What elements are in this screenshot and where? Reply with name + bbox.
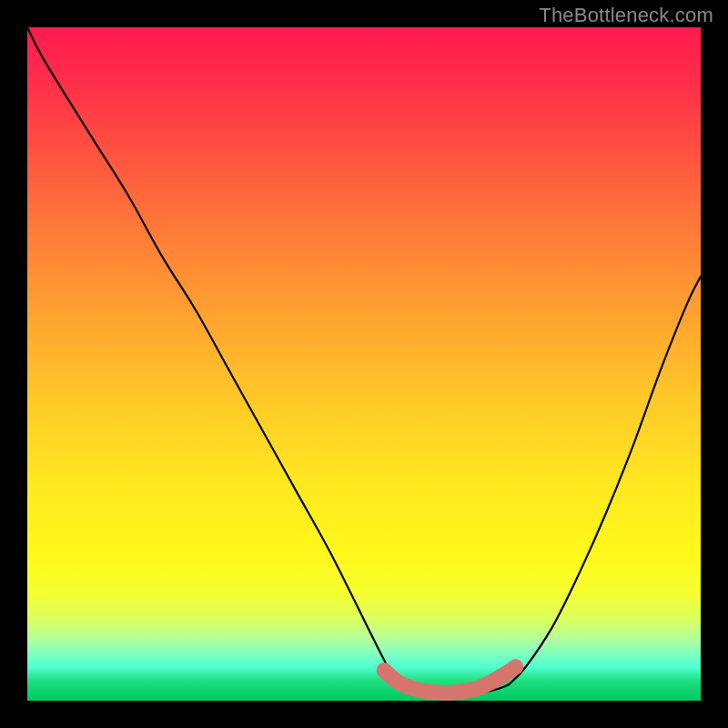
- chart-frame: TheBottleneck.com: [0, 0, 728, 728]
- curve-left: [27, 27, 408, 689]
- chart-svg: [27, 27, 701, 701]
- highlight-dot-right: [508, 660, 523, 675]
- highlight-dot-left: [377, 662, 392, 678]
- watermark-text: TheBottleneck.com: [539, 4, 713, 27]
- curve-right: [509, 277, 701, 684]
